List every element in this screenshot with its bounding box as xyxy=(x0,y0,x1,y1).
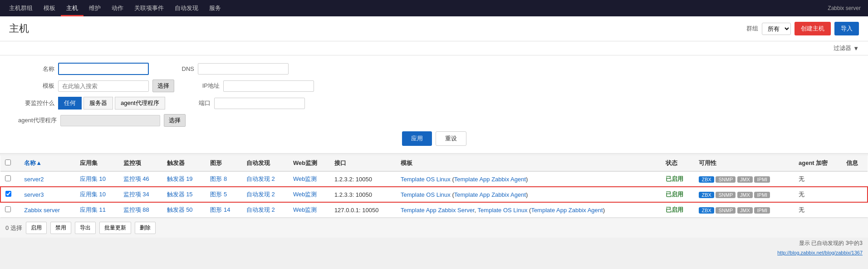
row-interface: 1.2.3.2: 10050 xyxy=(330,171,396,187)
badge-snmp: SNMP xyxy=(716,192,736,198)
badge-jmx: JMX xyxy=(737,207,753,214)
row-select-checkbox[interactable] xyxy=(5,206,11,212)
trigger-link[interactable]: 触发器 19 xyxy=(167,175,193,182)
row-status: 已启用 xyxy=(661,202,694,218)
enable-button[interactable]: 启用 xyxy=(26,222,47,234)
graph-link[interactable]: 图形 8 xyxy=(210,175,227,182)
apply-button[interactable]: 应用 xyxy=(402,131,432,146)
graph-link[interactable]: 图形 14 xyxy=(210,206,230,213)
row-trigger: 触发器 19 xyxy=(162,171,206,187)
table-header-row: 名称▲ 应用集 监控项 触发器 图形 自动发现 Web监测 接口 模板 状态 可… xyxy=(0,155,868,171)
monitor-group: 要监控什么 任何 服务器 agent代理程序 xyxy=(18,97,165,110)
row-select-checkbox[interactable] xyxy=(5,175,11,181)
nav-maintenance[interactable]: 维护 xyxy=(83,0,106,16)
col-name[interactable]: 名称▲ xyxy=(20,155,75,171)
row-graph: 图形 5 xyxy=(206,187,242,202)
nav-host-groups[interactable]: 主机群组 xyxy=(4,0,38,16)
monitor-any-button[interactable]: 任何 xyxy=(58,97,82,110)
port-label: 端口 xyxy=(174,99,211,107)
row-auto: 自动发现 2 xyxy=(242,171,289,187)
web-link[interactable]: Web监测 xyxy=(293,206,317,213)
row-status: 已启用 xyxy=(661,171,694,187)
nav-services[interactable]: 服务 xyxy=(204,0,226,16)
appset-link[interactable]: 应用集 10 xyxy=(80,175,106,182)
dns-label: DNS xyxy=(158,65,194,72)
port-input[interactable] xyxy=(214,98,305,109)
auto-link[interactable]: 自动发现 2 xyxy=(246,191,275,198)
trigger-link[interactable]: 触发器 15 xyxy=(167,191,193,198)
web-link[interactable]: Web监测 xyxy=(293,191,317,198)
name-input[interactable] xyxy=(58,63,149,75)
create-host-button[interactable]: 创建主机 xyxy=(794,22,831,35)
nav-event-correlation[interactable]: 关联项事件 xyxy=(129,0,169,16)
template-link-3[interactable]: Template App Zabbix Agent xyxy=(531,207,603,214)
group-select[interactable]: 所有 xyxy=(762,23,791,35)
row-monitor: 监控项 34 xyxy=(119,187,162,202)
col-info: 信息 xyxy=(842,155,868,171)
appset-link[interactable]: 应用集 10 xyxy=(80,191,106,198)
auto-link[interactable]: 自动发现 2 xyxy=(246,206,275,213)
footer-link[interactable]: http://blog.zabbix.net/blog/zabbix/1367 xyxy=(0,249,868,256)
row-encrypt: 无 xyxy=(794,202,842,218)
export-button[interactable]: 导出 xyxy=(75,222,96,234)
host-name-link[interactable]: Zabbix server xyxy=(24,207,60,214)
reset-button[interactable]: 重设 xyxy=(436,131,466,146)
import-button[interactable]: 导入 xyxy=(834,22,859,35)
monitor-server-button[interactable]: 服务器 xyxy=(83,97,113,110)
monitor-link[interactable]: 监控项 34 xyxy=(123,191,149,198)
ip-label: IP地址 xyxy=(183,82,220,90)
filter-icon: ▼ xyxy=(853,45,859,52)
name-group: 名称 xyxy=(18,63,149,75)
dns-input[interactable] xyxy=(198,63,289,75)
row-select-checkbox[interactable] xyxy=(5,191,11,197)
filter-toggle[interactable]: 过滤器 ▼ xyxy=(834,44,859,52)
display-info: 显示 已自动发现的 3中的3 xyxy=(0,238,868,249)
host-name-link[interactable]: server3 xyxy=(24,191,44,198)
graph-link[interactable]: 图形 5 xyxy=(210,191,227,198)
nav-actions[interactable]: 动作 xyxy=(106,0,129,16)
template-link-1[interactable]: Template OS Linux xyxy=(401,176,451,183)
template-link-1[interactable]: Template OS Linux xyxy=(401,191,451,198)
row-interface: 1.2.3.3: 10050 xyxy=(330,187,396,202)
template-link-1[interactable]: Template App Zabbix Server xyxy=(401,207,475,214)
row-availability: ZBX SNMP JMX IPMI xyxy=(694,187,794,202)
template-link-2[interactable]: Template App Zabbix Agent xyxy=(454,176,526,183)
disable-button[interactable]: 禁用 xyxy=(50,222,71,234)
trigger-link[interactable]: 触发器 50 xyxy=(167,206,193,213)
monitor-link[interactable]: 监控项 88 xyxy=(123,206,149,213)
footer-url[interactable]: http://blog.zabbix.net/blog/zabbix/1367 xyxy=(777,250,863,255)
row-graph: 图形 8 xyxy=(206,171,242,187)
template-link-2[interactable]: Template OS Linux xyxy=(478,207,528,214)
nav-auto-discovery[interactable]: 自动发现 xyxy=(169,0,204,16)
agent-select-button[interactable]: 选择 xyxy=(164,114,186,127)
delete-button[interactable]: 删除 xyxy=(135,222,156,234)
template-group: 模板 选择 xyxy=(18,80,174,92)
row-auto: 自动发现 2 xyxy=(242,202,289,218)
row-info xyxy=(842,202,868,218)
filter-row-3: 要监控什么 任何 服务器 agent代理程序 端口 xyxy=(18,97,850,110)
ip-group: IP地址 xyxy=(183,80,314,92)
host-name-link[interactable]: server2 xyxy=(24,176,44,183)
monitor-link[interactable]: 监控项 46 xyxy=(123,175,149,182)
agent-input[interactable] xyxy=(60,115,160,126)
row-checkbox xyxy=(0,202,20,218)
nav-hosts[interactable]: 主机 xyxy=(61,0,83,16)
col-autodiscovery: 自动发现 xyxy=(242,155,289,171)
top-navigation: 主机群组 模板 主机 维护 动作 关联项事件 自动发现 服务 Zabbix se… xyxy=(0,0,868,16)
template-select-button[interactable]: 选择 xyxy=(152,80,174,92)
row-trigger: 触发器 50 xyxy=(162,202,206,218)
bottom-bar: 0 选择 启用 禁用 导出 批量更新 删除 xyxy=(0,218,868,238)
web-link[interactable]: Web监测 xyxy=(293,175,317,182)
appset-link[interactable]: 应用集 11 xyxy=(80,206,106,213)
header-controls: 群组 所有 创建主机 导入 xyxy=(746,22,859,35)
select-count: 0 选择 xyxy=(5,224,22,232)
select-all-checkbox[interactable] xyxy=(5,159,11,165)
batch-update-button[interactable]: 批量更新 xyxy=(99,222,131,234)
nav-templates[interactable]: 模板 xyxy=(38,0,61,16)
ip-input[interactable] xyxy=(223,80,314,92)
filter-form: 名称 DNS 模板 选择 IP地址 要监控什么 任何 服务器 agent代理程序 xyxy=(0,55,868,154)
monitor-agent-proxy-button[interactable]: agent代理程序 xyxy=(115,97,165,110)
template-link-2[interactable]: Template App Zabbix Agent xyxy=(454,191,526,198)
auto-link[interactable]: 自动发现 2 xyxy=(246,175,275,182)
template-input[interactable] xyxy=(58,80,149,92)
